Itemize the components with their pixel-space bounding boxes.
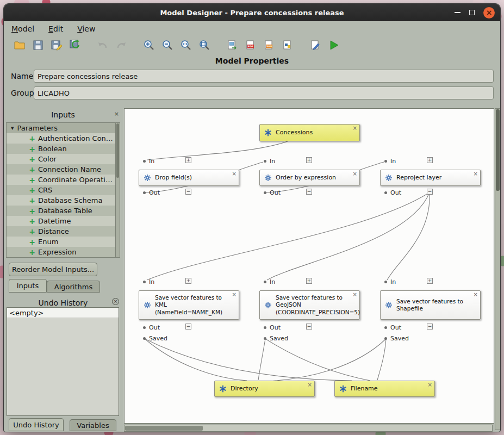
inputs-panel-close-icon[interactable]: × xyxy=(114,110,119,117)
menu-view[interactable]: View xyxy=(77,24,95,33)
socket-dot[interactable] xyxy=(264,337,266,340)
menu-model[interactable]: Model xyxy=(11,24,34,33)
model-node-filename[interactable]: Filename × xyxy=(334,381,435,397)
model-node-directory[interactable]: Directory × xyxy=(214,381,315,397)
out-port-save-shapefile[interactable]: Out xyxy=(384,324,401,331)
remove-node-icon[interactable]: × xyxy=(232,171,237,177)
socket-dot[interactable] xyxy=(384,191,387,194)
collapse-arrow-icon[interactable]: ▾ xyxy=(11,125,14,132)
expand-in-button[interactable]: + xyxy=(427,278,433,284)
model-node-order-by-expression[interactable]: Order by expression × xyxy=(259,170,360,186)
export-svg-button[interactable]: SVG xyxy=(262,38,276,52)
run-model-button[interactable] xyxy=(327,38,341,52)
titlebar[interactable]: Model Designer - Prepare concessions rel… xyxy=(4,4,500,21)
remove-node-icon[interactable]: × xyxy=(474,291,478,297)
tab-algorithms[interactable]: Algorithms xyxy=(47,281,100,293)
expand-in-button[interactable]: + xyxy=(306,157,312,163)
tree-item-distance[interactable]: +Distance xyxy=(7,226,119,237)
model-node-reproject-layer[interactable]: Reproject layer × xyxy=(380,170,481,186)
minimize-icon[interactable] xyxy=(455,12,461,13)
remove-node-icon[interactable]: × xyxy=(308,382,312,388)
open-model-button[interactable] xyxy=(13,38,27,52)
socket-dot[interactable] xyxy=(384,337,387,340)
in-port-save-shapefile[interactable]: In xyxy=(384,278,396,285)
expand-in-button[interactable]: + xyxy=(185,157,191,163)
saved-output-kml[interactable]: Saved xyxy=(143,335,167,342)
collapse-out-button[interactable]: − xyxy=(427,324,433,330)
tree-item-expression[interactable]: +Expression xyxy=(7,247,119,257)
socket-dot[interactable] xyxy=(264,281,266,283)
socket-dot[interactable] xyxy=(264,191,266,194)
model-node-concessions[interactable]: Concessions × xyxy=(259,124,360,141)
reorder-model-inputs-button[interactable]: Reorder Model Inputs... xyxy=(9,263,97,276)
tree-item-database-schema[interactable]: +Database Schema xyxy=(7,195,119,206)
scrollbar-thumb[interactable] xyxy=(116,123,119,178)
zoom-in-button[interactable] xyxy=(142,38,156,52)
collapse-out-button[interactable]: − xyxy=(427,189,433,195)
export-python-button[interactable] xyxy=(281,38,295,52)
tree-item-coordinate-operation[interactable]: +Coordinate Operati… xyxy=(7,175,119,185)
socket-dot[interactable] xyxy=(384,326,387,329)
in-port-drop-fields[interactable]: In xyxy=(143,158,154,165)
saved-output-geojson[interactable]: Saved xyxy=(264,335,288,342)
remove-node-icon[interactable]: × xyxy=(353,125,357,131)
socket-dot[interactable] xyxy=(143,326,146,329)
socket-dot[interactable] xyxy=(143,160,146,163)
menu-edit[interactable]: Edit xyxy=(48,24,63,33)
zoom-full-button[interactable] xyxy=(197,38,211,52)
close-icon[interactable]: × xyxy=(483,7,495,18)
tree-item-color[interactable]: +Color xyxy=(7,154,119,164)
zoom-actual-button[interactable]: 1:1 xyxy=(179,38,193,52)
collapse-out-button[interactable]: − xyxy=(185,189,191,195)
tree-item-connection-name[interactable]: +Connection Name xyxy=(7,164,119,175)
scrollbar-thumb[interactable] xyxy=(496,109,500,191)
remove-node-icon[interactable]: × xyxy=(428,382,432,388)
save-model-button[interactable] xyxy=(31,38,45,52)
tab-undo-history[interactable]: Undo History xyxy=(9,418,64,431)
tree-item-database-table[interactable]: +Database Table xyxy=(7,206,119,216)
zoom-out-button[interactable] xyxy=(160,38,175,52)
remove-node-icon[interactable]: × xyxy=(232,291,237,297)
tree-item-datetime[interactable]: +Datetime xyxy=(7,216,119,226)
export-image-button[interactable] xyxy=(225,38,239,52)
redo-button[interactable] xyxy=(114,38,128,52)
undo-panel-close-icon[interactable]: × xyxy=(112,298,119,305)
model-node-save-geojson[interactable]: Save vector features to GeoJSON (COORDIN… xyxy=(259,290,360,320)
model-canvas[interactable]: Concessions × In + In + In + Drop field(… xyxy=(124,108,494,424)
socket-dot[interactable] xyxy=(384,281,387,283)
scrollbar-thumb[interactable] xyxy=(125,426,203,431)
socket-dot[interactable] xyxy=(264,326,266,329)
socket-dot[interactable] xyxy=(384,160,387,163)
socket-dot[interactable] xyxy=(143,191,146,194)
model-name-input[interactable] xyxy=(34,70,494,83)
canvas-vertical-scrollbar[interactable] xyxy=(495,108,501,430)
remove-node-icon[interactable]: × xyxy=(474,171,478,177)
socket-dot[interactable] xyxy=(264,160,266,163)
saved-output-shapefile[interactable]: Saved xyxy=(384,335,409,342)
model-node-save-kml[interactable]: Save vector features to KML (NameField=N… xyxy=(139,290,239,320)
out-port-order-by[interactable]: Out xyxy=(264,189,281,196)
save-in-project-button[interactable] xyxy=(68,38,82,52)
in-port-save-kml[interactable]: In xyxy=(143,278,154,285)
out-port-save-kml[interactable]: Out xyxy=(143,324,160,331)
collapse-out-button[interactable]: − xyxy=(306,324,312,330)
undo-button[interactable] xyxy=(96,38,110,52)
socket-dot[interactable] xyxy=(143,281,146,283)
in-port-save-geojson[interactable]: In xyxy=(264,278,275,285)
inputs-tree-scrollbar[interactable] xyxy=(115,122,120,258)
expand-in-button[interactable]: + xyxy=(306,278,312,284)
tab-variables[interactable]: Variables xyxy=(70,419,116,431)
tree-item-boolean[interactable]: +Boolean xyxy=(7,144,119,154)
tree-item-crs[interactable]: +CRS xyxy=(7,185,119,195)
tree-item-enum[interactable]: +Enum xyxy=(7,237,119,247)
undo-empty-item[interactable]: <empty> xyxy=(7,308,119,318)
tab-inputs[interactable]: Inputs xyxy=(9,279,47,293)
tree-item-parameters[interactable]: ▾ Parameters xyxy=(7,123,119,133)
out-port-save-geojson[interactable]: Out xyxy=(264,324,281,331)
model-node-drop-fields[interactable]: Drop field(s) × xyxy=(139,170,239,186)
socket-dot[interactable] xyxy=(143,337,146,340)
model-group-input[interactable] xyxy=(34,86,494,100)
remove-node-icon[interactable]: × xyxy=(353,291,357,297)
maximize-icon[interactable] xyxy=(469,10,475,15)
canvas-horizontal-scrollbar[interactable] xyxy=(124,425,493,432)
